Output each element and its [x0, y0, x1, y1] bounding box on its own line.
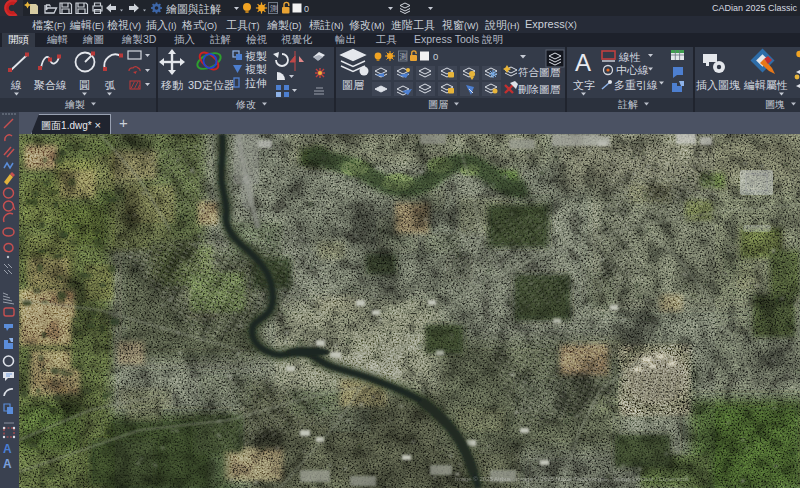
svg-text:移動: 移動	[161, 79, 183, 91]
svg-text:插入圖塊: 插入圖塊	[696, 79, 741, 91]
svg-text:3D定位器: 3D定位器	[188, 79, 235, 91]
svg-text:聚合線: 聚合線	[34, 79, 67, 91]
svg-text:註解: 註解	[618, 99, 638, 110]
svg-text:圖層: 圖層	[342, 79, 364, 91]
svg-text:圓: 圓	[79, 79, 90, 91]
svg-text:複製: 複製	[245, 50, 267, 62]
svg-text:複製: 複製	[245, 63, 267, 75]
svg-text:0: 0	[433, 51, 438, 62]
svg-text:圖層: 圖層	[428, 99, 448, 110]
svg-text:圖塊: 圖塊	[765, 99, 785, 110]
svg-text:編輯屬性: 編輯屬性	[743, 79, 788, 91]
svg-text:刪除圖層: 刪除圖層	[518, 83, 561, 95]
svg-text:文字: 文字	[573, 79, 595, 91]
svg-text:0: 0	[304, 4, 309, 14]
svg-text:A: A	[575, 49, 591, 76]
svg-text:A: A	[3, 442, 12, 456]
svg-text:測: 測	[270, 4, 278, 13]
svg-text:測: 測	[400, 52, 408, 61]
svg-text:繪製: 繪製	[64, 99, 85, 110]
svg-text:線: 線	[10, 79, 22, 91]
svg-text:符合圖層: 符合圖層	[518, 66, 561, 78]
svg-text:修改: 修改	[235, 99, 256, 110]
svg-text:線性: 線性	[618, 51, 641, 63]
svg-text:A: A	[3, 457, 12, 471]
svg-text:多重引線: 多重引線	[614, 79, 658, 91]
svg-text:中心線: 中心線	[616, 64, 649, 76]
svg-text:弧: 弧	[105, 79, 116, 91]
svg-text:Image © 2025 Airbus Image ©: Image © 2025 Airbus Image © 2025 Maxar T…	[455, 476, 689, 482]
svg-text:拉伸: 拉伸	[245, 77, 267, 89]
